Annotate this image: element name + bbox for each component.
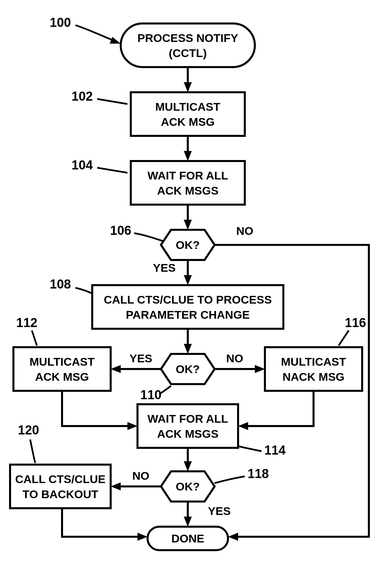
svg-text:MULTICAST: MULTICAST <box>155 100 220 113</box>
edge-start-to-102 <box>184 67 192 92</box>
edge-118-no-to-120: NO <box>111 469 161 490</box>
svg-text:102: 102 <box>71 89 93 103</box>
node-start: PROCESS NOTIFY (CCTL) <box>121 23 255 67</box>
svg-text:106: 106 <box>110 223 131 238</box>
edge-112-to-114 <box>62 391 137 430</box>
node-108: CALL CTS/CLUE TO PROCESS PARAMETER CHANG… <box>92 285 283 329</box>
ref-108: 108 <box>50 277 92 294</box>
svg-text:NACK MSG: NACK MSG <box>282 370 344 383</box>
ref-106: 106 <box>110 223 164 242</box>
svg-text:WAIT FOR ALL: WAIT FOR ALL <box>148 169 228 182</box>
edge-118-yes-to-done: YES <box>184 502 231 527</box>
label-yes: YES <box>208 505 231 517</box>
svg-text:(CCTL): (CCTL) <box>169 47 207 59</box>
svg-marker-22 <box>184 517 192 527</box>
svg-marker-8 <box>228 533 238 541</box>
label-no: NO <box>226 352 243 365</box>
svg-text:100: 100 <box>50 15 71 30</box>
node-118-decision: OK? <box>161 471 215 502</box>
svg-text:118: 118 <box>247 467 269 481</box>
edge-120-to-done <box>62 508 148 541</box>
svg-rect-51 <box>10 465 111 508</box>
svg-rect-43 <box>265 347 362 391</box>
svg-text:120: 120 <box>18 423 39 437</box>
svg-text:TO BACKOUT: TO BACKOUT <box>22 488 98 501</box>
svg-rect-30 <box>131 161 245 205</box>
svg-marker-3 <box>184 151 192 161</box>
ref-102: 102 <box>71 89 127 104</box>
node-120: CALL CTS/CLUE TO BACKOUT <box>10 465 111 508</box>
svg-marker-20 <box>111 482 121 490</box>
svg-marker-7 <box>184 275 192 285</box>
svg-text:116: 116 <box>345 316 366 330</box>
ref-114: 114 <box>238 443 286 457</box>
label-no: NO <box>236 224 254 237</box>
label-no: NO <box>132 469 150 482</box>
node-102: MULTICAST ACK MSG <box>131 92 245 136</box>
node-done: DONE <box>148 527 228 550</box>
svg-text:PARAMETER CHANGE: PARAMETER CHANGE <box>126 308 250 321</box>
edge-110-no-to-116: NO <box>215 352 265 373</box>
node-110-decision: OK? <box>161 354 215 384</box>
svg-marker-12 <box>111 365 121 373</box>
edge-114-to-118 <box>184 448 192 471</box>
svg-marker-18 <box>184 461 192 471</box>
svg-rect-27 <box>131 92 245 136</box>
flowchart: YES NO YES NO NO <box>0 0 392 577</box>
node-104: WAIT FOR ALL ACK MSGS <box>131 161 245 205</box>
svg-text:CALL CTS/CLUE TO PROCESS: CALL CTS/CLUE TO PROCESS <box>104 293 272 306</box>
svg-text:ACK MSG: ACK MSG <box>35 370 89 383</box>
svg-text:WAIT FOR ALL: WAIT FOR ALL <box>148 412 228 425</box>
svg-marker-57 <box>110 37 121 44</box>
svg-rect-40 <box>13 347 111 391</box>
svg-text:OK?: OK? <box>176 239 200 251</box>
node-116: MULTICAST NACK MSG <box>265 347 362 391</box>
edge-106-yes-to-108: YES <box>153 260 192 285</box>
label-yes: YES <box>153 261 176 274</box>
svg-text:DONE: DONE <box>171 532 204 545</box>
edge-110-yes-to-112: YES <box>111 352 161 373</box>
node-106-decision: OK? <box>161 230 215 260</box>
label-yes: YES <box>129 352 152 365</box>
svg-text:MULTICAST: MULTICAST <box>281 355 346 368</box>
ref-120: 120 <box>18 423 39 463</box>
svg-text:114: 114 <box>264 443 285 457</box>
svg-rect-35 <box>92 285 283 329</box>
svg-text:ACK MSG: ACK MSG <box>161 115 215 128</box>
svg-marker-16 <box>238 422 248 430</box>
node-112: MULTICAST ACK MSG <box>13 347 111 391</box>
svg-text:MULTICAST: MULTICAST <box>30 355 95 368</box>
edge-104-to-106 <box>184 205 192 230</box>
svg-text:108: 108 <box>50 277 71 291</box>
svg-text:104: 104 <box>71 158 93 172</box>
svg-marker-5 <box>184 220 192 230</box>
svg-text:110: 110 <box>140 388 161 402</box>
svg-marker-1 <box>184 82 192 92</box>
svg-rect-46 <box>137 404 238 448</box>
svg-marker-14 <box>255 365 265 373</box>
edge-116-to-114 <box>238 391 314 430</box>
svg-text:ACK MSGS: ACK MSGS <box>157 427 218 440</box>
ref-100: 100 <box>50 15 121 44</box>
edge-108-to-110 <box>184 329 192 354</box>
svg-marker-10 <box>184 344 192 354</box>
node-114: WAIT FOR ALL ACK MSGS <box>137 404 238 448</box>
ref-112: 112 <box>16 316 37 346</box>
svg-text:OK?: OK? <box>176 480 200 493</box>
ref-110: 110 <box>140 386 171 402</box>
edge-102-to-104 <box>184 136 192 161</box>
ref-116: 116 <box>339 316 366 346</box>
svg-text:PROCESS NOTIFY: PROCESS NOTIFY <box>137 32 238 44</box>
ref-104: 104 <box>71 158 127 173</box>
ref-118: 118 <box>215 467 269 483</box>
svg-text:OK?: OK? <box>176 363 200 375</box>
svg-marker-23 <box>137 533 148 541</box>
svg-text:CALL CTS/CLUE: CALL CTS/CLUE <box>15 473 105 485</box>
svg-text:112: 112 <box>16 316 37 330</box>
svg-marker-15 <box>127 422 137 430</box>
svg-text:ACK MSGS: ACK MSGS <box>157 184 218 197</box>
svg-rect-24 <box>121 23 255 67</box>
